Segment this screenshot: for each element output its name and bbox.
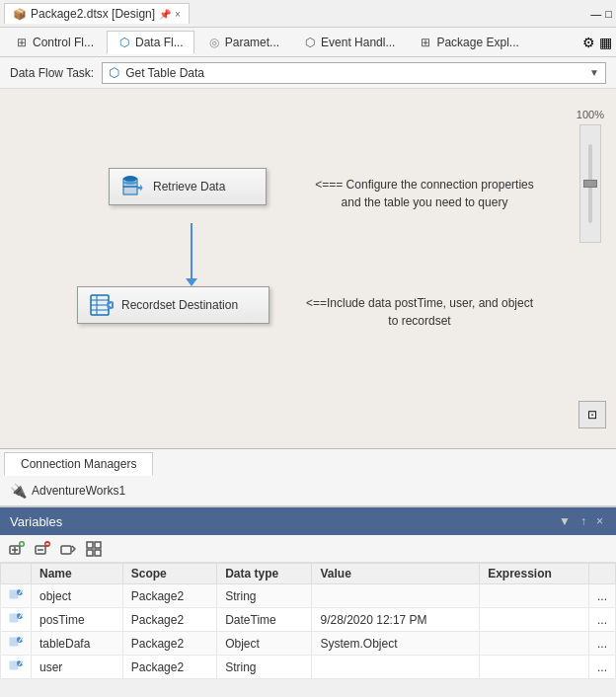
variables-header-icons: ▼ ↑ × [556,513,606,529]
recordset-icon [90,293,114,317]
svg-rect-21 [61,546,71,554]
explorer-icon: ⊞ [419,36,432,49]
svg-rect-29 [10,614,18,622]
node-retrieve-data[interactable]: Retrieve Data [109,168,267,205]
var-ellipsis-3[interactable]: ... [588,632,615,656]
annotation-retrieve-text: <=== Configure the connection properties… [315,178,533,209]
dft-select[interactable]: ⬡ Get Table Data ▼ [102,62,606,84]
table-row: x posTime Package2 DateTime 9/28/2020 12… [1,608,616,632]
var-datatype-4: String [217,656,312,679]
annotation-recordset-text: <==Include data postTime, user, and obje… [306,296,533,328]
tab-event-handlers[interactable]: ⬡ Event Handl... [292,31,406,54]
var-icon-2: x [1,608,32,632]
dft-label: Data Flow Task: [10,66,94,80]
fit-icon: ⊡ [587,408,597,422]
var-ellipsis-1[interactable]: ... [588,584,615,608]
zoom-control: 100% [577,109,604,243]
conn-managers-tab[interactable]: Connection Managers [4,452,153,476]
svg-rect-23 [95,542,101,548]
canvas-area: Retrieve Data Recordset Destination <===… [0,89,616,449]
add-variable-button[interactable] [6,539,28,559]
minimize-icon[interactable]: — [590,8,601,20]
variables-undock-button[interactable]: ↑ [578,513,589,529]
settings-icon[interactable]: ⚙ [582,35,595,50]
var-scope-1: Package2 [122,584,216,608]
event-icon: ⬡ [303,36,317,49]
variables-table-container: Name Scope Data type Value Expression x … [0,563,616,679]
tab-event-handlers-label: Event Handl... [321,36,395,49]
svg-rect-26 [10,590,18,598]
title-close-button[interactable]: × [175,9,181,20]
svg-rect-35 [10,661,18,669]
package-icon: 📦 [13,8,27,21]
tab-bar: ⊞ Control Fl... ⬡ Data Fl... ◎ Paramet..… [0,28,616,57]
grid-view-icon[interactable]: ▦ [599,35,612,50]
svg-text:x: x [19,635,24,645]
title-tab-label: Package2.dtsx [Design] [31,7,155,21]
connection-managers-panel: Connection Managers 🔌 AdventureWorks1 [0,449,616,507]
var-icon-3: x [1,632,32,656]
var-expression-4 [480,656,589,679]
col-actions-header [588,564,615,584]
svg-rect-24 [87,550,93,556]
var-scope-4: Package2 [122,656,216,679]
svg-text:x: x [19,587,24,597]
db-conn-icon: 🔌 [10,483,26,499]
variables-panel: Variables ▼ ↑ × [0,507,616,679]
svg-rect-25 [95,550,101,556]
var-name-1[interactable]: object [32,584,123,608]
dft-task-icon: ⬡ [109,65,119,80]
delete-variable-button[interactable] [32,539,53,559]
adventureworks-label[interactable]: AdventureWorks1 [32,484,125,498]
var-expression-1 [480,584,589,608]
var-expression-3 [480,632,589,656]
zoom-thumb[interactable] [583,180,597,188]
pin-icon: 📌 [159,9,171,20]
var-name-3[interactable]: tableDafa [32,632,123,656]
title-tab[interactable]: 📦 Package2.dtsx [Design] 📌 × [4,3,190,24]
var-ellipsis-4[interactable]: ... [588,656,615,679]
annotation-retrieve: <=== Configure the connection properties… [286,176,563,211]
grid-view-button[interactable] [83,539,105,559]
zoom-slider[interactable] [579,124,601,243]
variables-toolbar [0,535,616,563]
tab-package-explorer[interactable]: ⊞ Package Expl... [408,31,529,54]
fit-button[interactable]: ⊡ [578,401,606,428]
col-value-header: Value [312,564,480,584]
var-expression-2 [480,608,589,632]
data-flow-icon: ⬡ [117,36,131,49]
var-name-4[interactable]: user [32,656,123,679]
tab-data-flow-label: Data Fl... [135,36,184,49]
col-expression-header: Expression [480,564,589,584]
node-recordset-destination[interactable]: Recordset Destination [77,286,270,324]
var-icon-4: x [1,656,32,679]
tab-parameters-label: Paramet... [225,36,279,49]
annotation-recordset: <==Include data postTime, user, and obje… [286,294,553,330]
col-icon-header [1,564,32,584]
tab-data-flow[interactable]: ⬡ Data Fl... [107,31,194,54]
col-datatype-header: Data type [217,564,312,584]
svg-text:x: x [19,611,24,621]
tab-parameters[interactable]: ◎ Paramet... [196,31,290,54]
move-variable-button[interactable] [57,539,79,559]
var-name-2[interactable]: posTime [32,608,123,632]
var-scope-2: Package2 [122,608,216,632]
var-datatype-3: Object [217,632,312,656]
maximize-icon[interactable]: □ [605,8,612,20]
tab-package-explorer-label: Package Expl... [436,36,518,49]
title-bar-controls: — □ [590,8,612,20]
var-value-1 [312,584,480,608]
table-row: x user Package2 String ... [1,656,616,679]
variables-pin-button[interactable]: ▼ [556,513,574,529]
svg-rect-32 [10,638,18,646]
variables-close-button[interactable]: × [593,513,606,529]
tab-control-flow[interactable]: ⊞ Control Fl... [4,31,105,54]
zoom-label: 100% [577,109,604,120]
recordset-destination-label: Recordset Destination [121,298,238,312]
title-bar: 📦 Package2.dtsx [Design] 📌 × — □ [0,0,616,28]
var-icon-1: x [1,584,32,608]
param-icon: ◎ [207,36,221,49]
col-name-header: Name [32,564,123,584]
control-flow-icon: ⊞ [15,36,29,49]
var-ellipsis-2[interactable]: ... [588,608,615,632]
